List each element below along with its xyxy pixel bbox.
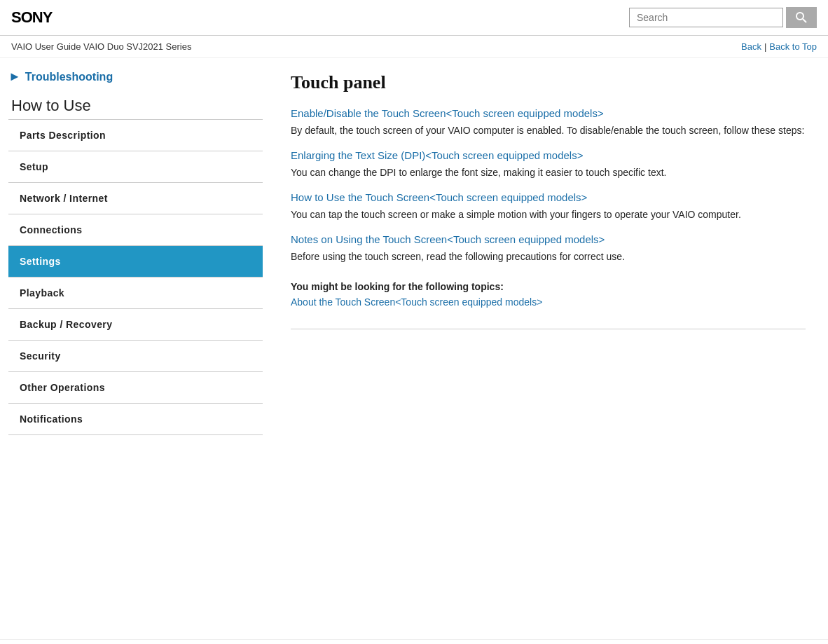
content-divider bbox=[291, 329, 806, 329]
sidebar-item-network-internet[interactable]: Network / Internet bbox=[8, 183, 263, 214]
section-link-2[interactable]: How to Use the Touch Screen<Touch screen… bbox=[291, 191, 806, 203]
section-link-3[interactable]: Notes on Using the Touch Screen<Touch sc… bbox=[291, 233, 806, 245]
sidebar-item-wrap-other: Other Operations bbox=[8, 372, 263, 404]
sidebar-item-wrap-notifications: Notifications bbox=[8, 404, 263, 435]
search-input[interactable] bbox=[629, 8, 783, 27]
section-text-2: You can tap the touch screen or make a s… bbox=[291, 207, 806, 222]
header: SONY bbox=[0, 0, 828, 36]
footer: © 2012 Sony Corporation bbox=[0, 639, 828, 644]
section-text-1: You can change the DPI to enlarge the fo… bbox=[291, 165, 806, 180]
sidebar-item-wrap-parts: Parts Description bbox=[8, 120, 263, 151]
page-title: Touch panel bbox=[291, 72, 806, 93]
section-link-0[interactable]: Enable/Disable the Touch Screen<Touch sc… bbox=[291, 107, 806, 119]
sidebar-item-wrap-playback: Playback bbox=[8, 278, 263, 309]
sony-logo: SONY bbox=[11, 8, 52, 27]
section-text-3: Before using the touch screen, read the … bbox=[291, 249, 806, 264]
sidebar-item-wrap-network: Network / Internet bbox=[8, 183, 263, 214]
sidebar-item-backup-recovery[interactable]: Backup / Recovery bbox=[8, 309, 263, 340]
sidebar-item-wrap-security: Security bbox=[8, 341, 263, 372]
sidebar-item-setup[interactable]: Setup bbox=[8, 151, 263, 182]
section-text-0: By default, the touch screen of your VAI… bbox=[291, 123, 806, 138]
troubleshooting-header[interactable]: ► Troubleshooting bbox=[8, 69, 263, 84]
sidebar-item-playback[interactable]: Playback bbox=[8, 278, 263, 308]
svg-point-0 bbox=[796, 13, 803, 20]
svg-line-1 bbox=[803, 19, 806, 22]
sidebar-item-parts-description[interactable]: Parts Description bbox=[8, 120, 263, 151]
content-area: Touch panel Enable/Disable the Touch Scr… bbox=[263, 58, 828, 639]
search-icon bbox=[795, 11, 808, 24]
how-to-use-section: How to Use Parts Description Setup Netwo… bbox=[8, 97, 263, 435]
sidebar-item-connections[interactable]: Connections bbox=[8, 214, 263, 245]
main-layout: ► Troubleshooting How to Use Parts Descr… bbox=[0, 58, 828, 639]
guide-title: VAIO User Guide VAIO Duo SVJ2021 Series bbox=[11, 41, 191, 52]
related-link[interactable]: About the Touch Screen<Touch screen equi… bbox=[291, 296, 542, 308]
troubleshooting-arrow-icon: ► bbox=[8, 69, 21, 84]
sidebar-item-wrap-connections: Connections bbox=[8, 214, 263, 246]
sidebar-item-wrap-setup: Setup bbox=[8, 151, 263, 183]
sidebar-item-wrap-backup: Backup / Recovery bbox=[8, 309, 263, 341]
sidebar-item-security[interactable]: Security bbox=[8, 341, 263, 371]
troubleshooting-label: Troubleshooting bbox=[25, 71, 113, 83]
separator: | bbox=[764, 41, 766, 52]
section-link-1[interactable]: Enlarging the Text Size (DPI)<Touch scre… bbox=[291, 149, 806, 161]
sidebar-item-settings[interactable]: Settings bbox=[8, 246, 263, 277]
sidebar-item-wrap-settings: Settings bbox=[8, 246, 263, 278]
sidebar: ► Troubleshooting How to Use Parts Descr… bbox=[0, 58, 263, 639]
looking-for-label: You might be looking for the following t… bbox=[291, 281, 806, 292]
back-link[interactable]: Back bbox=[741, 41, 761, 52]
breadcrumb-bar: VAIO User Guide VAIO Duo SVJ2021 Series … bbox=[0, 36, 828, 58]
search-button[interactable] bbox=[786, 7, 817, 28]
back-links: Back | Back to Top bbox=[741, 41, 817, 52]
sidebar-item-other-operations[interactable]: Other Operations bbox=[8, 372, 263, 403]
sidebar-item-notifications[interactable]: Notifications bbox=[8, 404, 263, 434]
back-to-top-link[interactable]: Back to Top bbox=[769, 41, 817, 52]
search-area bbox=[629, 7, 817, 28]
how-to-use-label: How to Use bbox=[8, 97, 263, 115]
